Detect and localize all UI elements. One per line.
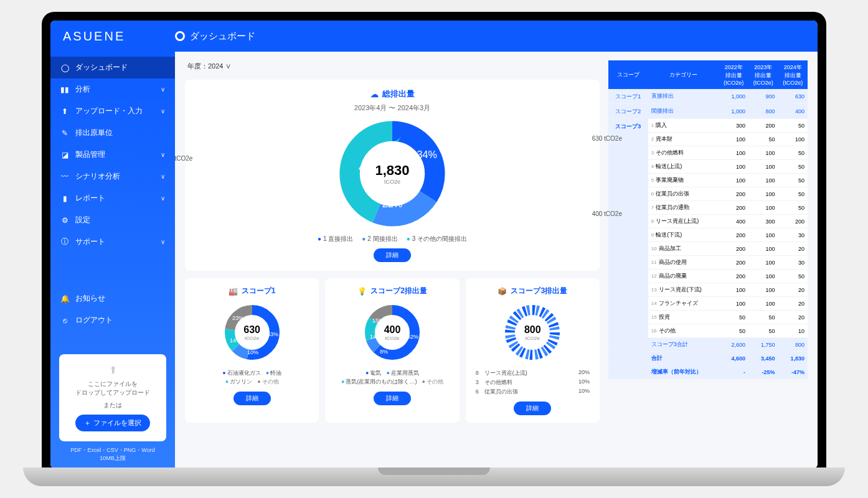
scope3-value: 800 [524, 324, 541, 336]
svg-text:10%: 10% [247, 349, 258, 355]
nav: ◯ダッシュボード▮▮分析∨⬆アップロード・入力∨✎排出原単位◪製品管理∨〰シナリ… [50, 52, 175, 258]
scope3-card: 📦スコープ3排出量 800tCO2e 8 リース資産(上流)20%3 その他燃料… [466, 278, 600, 423]
scope1-card: 🏭スコープ1 53% 10% 14% 23% 630tCO2e 石油液化ガス軽油… [185, 278, 319, 423]
table-row: 増減率（前年対比）--25%-47% [608, 365, 808, 379]
scope2-detail-button[interactable]: 詳細 [374, 392, 411, 405]
topbar: ASUENE ダッシュボード [50, 21, 818, 52]
scope2-unit: tCO2e [384, 336, 401, 341]
box-icon: ◪ [60, 151, 69, 159]
table-row: スコープ1直接排出1,000900630 [608, 89, 808, 104]
total-value: 1,830 [375, 162, 409, 179]
svg-text:14%: 14% [370, 334, 381, 340]
total-detail-button[interactable]: 詳細 [374, 248, 411, 262]
chart-icon: 〰 [60, 172, 69, 181]
sidebar-item-label: シナリオ分析 [75, 171, 161, 182]
sidebar-item-label: サポート [75, 237, 161, 247]
callout-scope2: 400 tCO2e [592, 210, 622, 217]
total-card-title: 総排出量 [382, 88, 415, 100]
sidebar-item-1[interactable]: ▮▮分析∨ [50, 78, 175, 100]
sidebar-item-label: 設定 [75, 215, 165, 225]
sidebar-item-2[interactable]: ⬆アップロード・入力∨ [50, 100, 175, 122]
scope1-detail-button[interactable]: 詳細 [234, 392, 271, 405]
nav-bottom: 🔔お知らせ⎋ログアウト [50, 283, 175, 336]
scope2-value: 400 [384, 324, 401, 336]
bulb-icon: 💡 [357, 287, 367, 296]
upload-or: または [65, 401, 160, 410]
emissions-table: スコープカテゴリー2022年 排出量 (tCO2e)2023年 排出量 (tCO… [608, 60, 808, 379]
svg-text:53%: 53% [267, 331, 278, 337]
scope3-unit: tCO2e [524, 336, 541, 341]
sidebar-item-label: 分析 [75, 84, 161, 95]
doc-icon: ▮ [60, 194, 69, 203]
chevron-down-icon: ∨ [161, 173, 165, 180]
chevron-down-icon: ∨ [161, 151, 165, 158]
sidebar: ◯ダッシュボード▮▮分析∨⬆アップロード・入力∨✎排出原単位◪製品管理∨〰シナリ… [50, 52, 175, 469]
table-header: 2023年 排出量 (tCO2e) [748, 60, 778, 89]
scope3-top-rows: 8 リース資産(上流)20%3 その他燃料10%6 従業員の出張10% [472, 369, 593, 397]
svg-text:62%: 62% [407, 334, 418, 340]
ring-icon: ◯ [60, 63, 69, 72]
sidebar-item-label: レポート [75, 193, 161, 204]
info-icon: ⓘ [60, 238, 69, 247]
page-title-text: ダッシュボード [190, 31, 255, 42]
table-header: 2022年 排出量 (tCO2e) [719, 60, 748, 89]
cloud-icon: ☁ [370, 90, 379, 99]
table-row: 合計4,6003,4501,830 [608, 352, 808, 365]
svg-text:22%: 22% [382, 198, 402, 209]
chevron-down-icon: ∨ [161, 195, 165, 202]
upload-icon: ⬆ [60, 107, 69, 116]
year-selector[interactable]: 年度：2024 ∨ [185, 60, 600, 72]
factory-icon: 🏭 [229, 287, 238, 296]
sidebar-item-3[interactable]: ✎排出原単位 [50, 122, 175, 144]
sidebar-item-label: ダッシュボード [75, 62, 165, 73]
callout-scope1: 630 tCO2e [592, 135, 622, 142]
file-select-button[interactable]: ＋ ファイルを選択 [75, 415, 149, 431]
callout-scope3: 800 tCO2e [175, 155, 192, 162]
svg-text:23%: 23% [232, 315, 243, 321]
bell-icon: 🔔 [60, 294, 69, 303]
scope1-value: 630 [243, 324, 260, 336]
table-header: 2024年 排出量 (tCO2e) [778, 60, 808, 89]
scope2-legend: 電気産業用蒸気 蒸気(産業用のものは除く…)その他 [331, 369, 453, 387]
scope1-unit: tCO2e [243, 336, 260, 341]
sidebar-item-label: お知らせ [75, 293, 165, 304]
pencil-icon: ✎ [60, 129, 69, 138]
scope3-detail-button[interactable]: 詳細 [514, 402, 551, 415]
bars-icon: ▮▮ [60, 85, 69, 94]
gear-icon: ⚙ [60, 216, 69, 225]
scope2-title: スコープ2排出量 [370, 286, 427, 296]
dashboard-icon [175, 31, 185, 41]
sidebar-item-0[interactable]: ◯ダッシュボード [50, 57, 175, 78]
total-card-period: 2023年4月 〜 2024年3月 [194, 103, 591, 113]
sidebar-item-7[interactable]: ⚙設定 [50, 209, 175, 231]
sidebar-item-label: ログアウト [75, 315, 165, 326]
table-header: カテゴリー [648, 60, 719, 89]
upload-text-2: ドロップしてアップロード [65, 388, 160, 397]
sidebar-bottom-0[interactable]: 🔔お知らせ [50, 288, 175, 309]
total-unit: tCO2e [375, 179, 409, 185]
sidebar-bottom-1[interactable]: ⎋ログアウト [50, 309, 175, 331]
svg-text:15%: 15% [372, 317, 384, 324]
upload-text-1: ここにファイルを [65, 380, 160, 388]
upload-note: PDF・Excel・CSV・PNG・Word 10MB上限 [59, 446, 166, 463]
page-title: ダッシュボード [175, 31, 255, 42]
sidebar-item-4[interactable]: ◪製品管理∨ [50, 144, 175, 166]
upload-dropzone[interactable]: ⬆ ここにファイルを ドロップしてアップロード または ＋ ファイルを選択 [59, 354, 166, 441]
sidebar-item-8[interactable]: ⓘサポート∨ [50, 231, 175, 253]
sidebar-item-6[interactable]: ▮レポート∨ [50, 187, 175, 209]
scope3-title: スコープ3排出量 [511, 286, 567, 296]
sidebar-item-5[interactable]: 〰シナリオ分析∨ [50, 166, 175, 187]
table-row: スコープ31購入30020050 [608, 119, 808, 133]
brand-logo: ASUENE [63, 29, 175, 44]
chevron-down-icon: ∨ [161, 238, 165, 245]
scope1-title: スコープ1 [242, 286, 276, 296]
table-header: スコープ [608, 60, 648, 89]
sidebar-item-label: 排出原単位 [75, 128, 165, 138]
scope2-card: 💡スコープ2排出量 62% 8% 14% 15% 400tCO2e 電気産業用蒸… [325, 278, 459, 423]
svg-text:14%: 14% [230, 337, 241, 344]
sidebar-item-label: アップロード・入力 [75, 106, 161, 116]
sidebar-item-label: 製品管理 [75, 149, 161, 160]
scope1-legend: 石油液化ガス軽油 ガソリンその他 [191, 369, 313, 387]
exit-icon: ⎋ [60, 316, 69, 325]
upload-icon: ⬆ [65, 364, 160, 376]
